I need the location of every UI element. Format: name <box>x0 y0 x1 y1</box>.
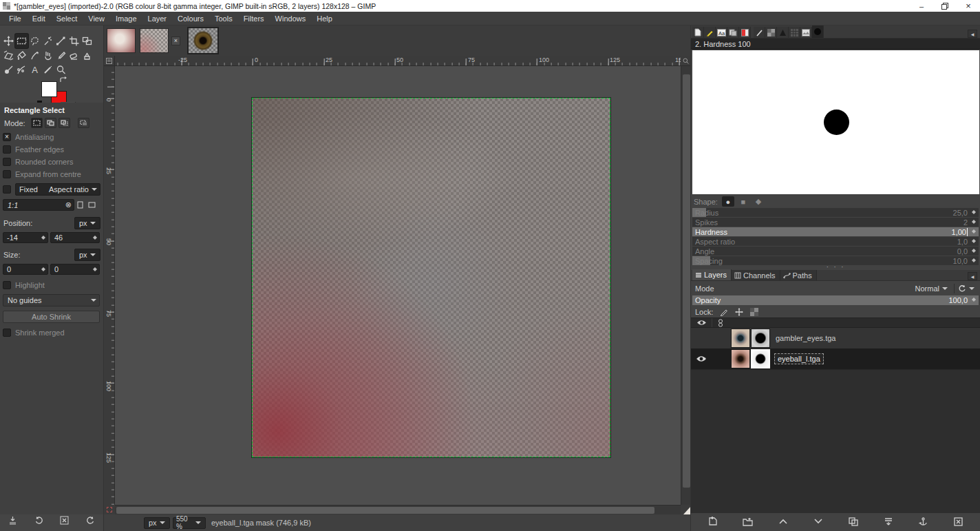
shape-diamond-button[interactable]: ◆ <box>752 196 765 207</box>
zoom-tool[interactable] <box>54 63 67 77</box>
menu-layer[interactable]: Layer <box>142 12 173 25</box>
spinner-icon[interactable] <box>92 233 98 242</box>
position-x-input[interactable]: -14 <box>3 232 48 243</box>
delete-layer-button[interactable] <box>950 516 967 528</box>
new-group-button[interactable] <box>740 516 756 528</box>
ink-tool[interactable] <box>2 63 15 77</box>
tab-document-history-icon[interactable] <box>727 27 739 38</box>
eraser-tool[interactable] <box>67 48 81 63</box>
layer-row-eyeball-l[interactable]: eyeball_l.tga <box>691 348 980 369</box>
fixed-type-dropdown[interactable]: Fixed Aspect ratio <box>15 183 100 196</box>
layer-thumbnail[interactable] <box>731 349 750 368</box>
gradient-tool[interactable] <box>28 48 41 63</box>
rounded-corners-checkbox[interactable] <box>3 158 11 166</box>
duplicate-layer-button[interactable] <box>845 516 862 528</box>
vertical-scrollbar[interactable] <box>681 66 691 505</box>
layer-mask-thumbnail[interactable] <box>751 349 770 368</box>
text-tool[interactable]: A <box>28 63 41 77</box>
tab-gradients-icon[interactable] <box>739 27 751 38</box>
menu-file[interactable]: File <box>3 12 27 25</box>
spinner-icon[interactable] <box>970 237 977 245</box>
bucket-fill-tool[interactable] <box>15 48 28 63</box>
right-tab-menu-button[interactable]: ◀ <box>968 30 977 38</box>
swap-colors-icon[interactable] <box>59 76 67 85</box>
tab-paths[interactable]: Paths <box>780 270 817 280</box>
menu-filters[interactable]: Filters <box>238 12 270 25</box>
layer-visibility-toggle[interactable] <box>691 355 712 362</box>
tab-channels[interactable]: Channels <box>732 270 780 280</box>
shrink-merged-checkbox[interactable] <box>3 329 11 337</box>
layer-name[interactable]: gambler_eyes.tga <box>776 334 835 342</box>
rectangle-select-tool[interactable] <box>15 34 28 48</box>
lock-position-icon[interactable] <box>735 308 743 316</box>
portrait-orientation-button[interactable] <box>74 201 85 209</box>
status-unit-dropdown[interactable]: px <box>144 517 170 529</box>
mode-switch-icon[interactable] <box>958 284 966 293</box>
spinner-icon[interactable] <box>970 256 977 264</box>
raise-layer-button[interactable] <box>775 516 791 528</box>
menu-colours[interactable]: Colours <box>172 12 209 25</box>
size-unit-dropdown[interactable]: px <box>74 249 100 261</box>
fixed-checkbox[interactable] <box>3 185 11 194</box>
new-layer-button[interactable] <box>705 516 721 528</box>
reset-tool-options-button[interactable] <box>86 516 95 525</box>
foreground-color-swatch[interactable] <box>41 81 57 97</box>
mode-add-button[interactable] <box>45 118 56 128</box>
tab-gradient-triangle-icon[interactable] <box>777 27 789 38</box>
angle-slider[interactable]: Angle 0,0 <box>692 247 979 256</box>
hardness-slider[interactable]: Hardness 1,00 <box>692 227 979 236</box>
vertical-scrollbar-thumb[interactable] <box>683 74 690 488</box>
navigation-button[interactable] <box>681 505 691 514</box>
minimize-button[interactable]: – <box>910 0 933 12</box>
crop-tool[interactable] <box>67 34 81 48</box>
auto-shrink-button[interactable]: Auto Shrink <box>3 311 100 323</box>
tab-brush-editor-icon[interactable] <box>812 25 824 38</box>
merge-layer-button[interactable] <box>880 516 897 528</box>
chevron-down-icon[interactable] <box>969 287 974 293</box>
brush-preview[interactable] <box>692 50 979 194</box>
image-tab-2-thumbnail[interactable] <box>140 28 169 53</box>
feather-edges-checkbox[interactable] <box>3 145 11 154</box>
spinner-icon[interactable] <box>970 247 977 255</box>
horizontal-scrollbar-thumb[interactable] <box>116 507 654 514</box>
menu-select[interactable]: Select <box>51 12 83 25</box>
position-unit-dropdown[interactable]: px <box>74 217 100 229</box>
expand-from-centre-checkbox[interactable] <box>3 170 11 178</box>
lock-alpha-icon[interactable] <box>750 308 758 316</box>
lock-pixels-icon[interactable] <box>720 308 728 316</box>
spinner-icon[interactable] <box>40 233 46 242</box>
menu-help[interactable]: Help <box>311 12 338 25</box>
layer-thumbnail[interactable] <box>731 329 750 348</box>
tab-images-icon[interactable] <box>800 27 812 38</box>
size-h-input[interactable]: 0 <box>50 264 100 275</box>
tab-fonts-icon[interactable]: Aa <box>716 27 727 38</box>
spinner-icon[interactable] <box>40 265 46 273</box>
landscape-orientation-button[interactable] <box>85 202 98 208</box>
spinner-icon[interactable] <box>970 218 977 226</box>
shape-square-button[interactable]: ■ <box>737 196 749 207</box>
position-y-input[interactable]: 46 <box>50 232 100 243</box>
layers-list-empty[interactable] <box>691 369 980 513</box>
layer-mode-dropdown[interactable]: Normal <box>915 284 950 293</box>
radius-slider[interactable]: Radius 25,0 <box>692 208 979 217</box>
free-select-tool[interactable] <box>28 34 41 48</box>
menu-tools[interactable]: Tools <box>209 12 238 25</box>
buffer-tool[interactable] <box>81 34 94 48</box>
size-w-input[interactable]: 0 <box>3 264 48 275</box>
mypaint-brush-tool[interactable] <box>15 63 28 77</box>
spinner-icon[interactable] <box>970 227 977 236</box>
close-tab-icon[interactable]: × <box>171 37 180 45</box>
spinner-icon[interactable] <box>970 295 977 304</box>
layer-mask-thumbnail[interactable] <box>751 329 770 348</box>
aspect-ratio-slider[interactable]: Aspect ratio 1,0 <box>692 237 979 246</box>
layer-name[interactable]: eyeball_l.tga <box>774 353 824 364</box>
menu-view[interactable]: View <box>83 12 110 25</box>
shear-tool[interactable] <box>2 48 15 63</box>
move-tool[interactable] <box>2 34 15 48</box>
image-tab-3-thumbnail[interactable] <box>187 27 219 54</box>
save-tool-preset-button[interactable] <box>8 516 17 525</box>
tab-palettes-icon[interactable] <box>789 27 800 38</box>
vertical-ruler[interactable]: 0 25 50 75 100 125 <box>104 66 115 505</box>
status-zoom-dropdown[interactable]: 550 % <box>173 517 206 529</box>
clone-tool[interactable] <box>81 48 94 63</box>
